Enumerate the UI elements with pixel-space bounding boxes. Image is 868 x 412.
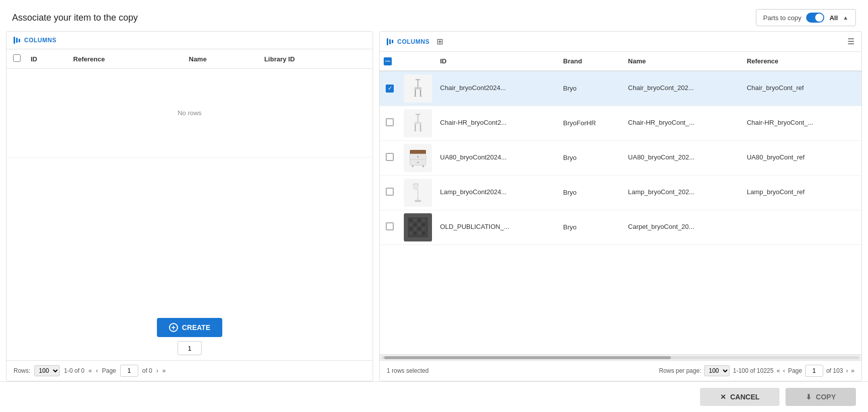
right-row-checkbox[interactable] <box>386 153 394 161</box>
svg-point-33 <box>409 227 412 230</box>
right-row-name: Chair-HR_bryoCont_... <box>628 119 695 126</box>
all-label: All <box>829 14 838 22</box>
left-select-all-checkbox[interactable] <box>13 54 21 62</box>
create-button[interactable]: + CREATE <box>157 318 223 337</box>
svg-point-29 <box>409 223 412 226</box>
table-settings-icon[interactable]: ☰ <box>847 37 854 46</box>
right-col-id: ID <box>436 52 559 71</box>
table-row[interactable]: OLD_PUBLICATION_... Bryo Carpet_bryoCont… <box>380 210 861 244</box>
left-prev-page-icon[interactable]: ‹ <box>96 367 98 374</box>
left-col-name: Name <box>185 49 261 69</box>
svg-rect-19 <box>412 165 413 167</box>
rows-per-page-label: Rows per page: <box>659 367 701 374</box>
item-thumbnail <box>404 213 432 241</box>
right-row-brand: Bryo <box>563 85 577 92</box>
svg-point-30 <box>413 223 416 226</box>
columns-icon <box>14 37 20 44</box>
svg-rect-14 <box>410 150 426 154</box>
svg-rect-4 <box>420 89 421 96</box>
svg-rect-16 <box>410 159 426 159</box>
right-row-name: Lamp_bryoCont_202... <box>628 188 695 196</box>
right-row-brand: Bryo <box>563 189 577 196</box>
table-row[interactable]: UA80_bryoCont2024... Bryo UA80_bryoCont_… <box>380 140 861 175</box>
svg-point-36 <box>422 227 425 230</box>
left-first-page-icon[interactable]: « <box>89 367 92 374</box>
right-bottom-bar: 1 rows selected Rows per page: 100 50 25… <box>380 360 861 381</box>
right-col-reference: Reference <box>743 52 861 71</box>
item-thumbnail <box>404 179 432 207</box>
svg-point-35 <box>418 227 421 230</box>
svg-point-34 <box>413 227 416 230</box>
right-row-id: Lamp_bryoCont2024... <box>440 188 506 196</box>
right-row-brand: Bryo <box>563 154 577 161</box>
left-col-reference: Reference <box>69 49 185 69</box>
right-next-page-icon[interactable]: › <box>846 367 848 374</box>
parts-to-copy-toggle[interactable] <box>806 13 824 23</box>
right-row-checkbox[interactable] <box>386 222 394 230</box>
table-row[interactable]: Chair-HR_bryoCont2... BryoForHR Chair-HR… <box>380 106 861 140</box>
rows-selected-label: 1 rows selected <box>387 367 428 374</box>
right-row-id: Chair_bryoCont2024... <box>440 84 506 92</box>
right-col-name: Name <box>624 52 743 71</box>
grid-select-icon[interactable]: ⊞ <box>437 37 443 46</box>
right-row-brand: Bryo <box>563 223 577 231</box>
right-row-checkbox[interactable] <box>386 118 394 126</box>
svg-point-18 <box>417 161 418 163</box>
right-row-brand: BryoForHR <box>563 119 596 127</box>
svg-rect-15 <box>410 154 426 165</box>
right-row-id: UA80_bryoCont2024... <box>440 153 506 161</box>
svg-rect-20 <box>422 165 424 167</box>
right-prev-page-icon[interactable]: ‹ <box>783 367 785 374</box>
left-next-page-icon[interactable]: › <box>156 367 158 374</box>
right-panel-header: COLUMNS ⊞ ☰ <box>380 32 861 52</box>
svg-rect-1 <box>417 79 418 87</box>
page-title: Associate your item to the copy <box>12 13 138 23</box>
svg-rect-11 <box>420 124 421 130</box>
right-row-checkbox[interactable] <box>386 188 394 196</box>
svg-point-38 <box>413 231 416 234</box>
right-first-page-icon[interactable]: « <box>776 367 780 374</box>
horizontal-scrollbar[interactable] <box>380 354 861 360</box>
right-page-input[interactable] <box>805 365 823 377</box>
item-thumbnail <box>404 74 432 103</box>
svg-point-27 <box>418 218 421 221</box>
right-row-checkbox[interactable] <box>386 85 394 93</box>
item-thumbnail <box>404 109 432 137</box>
right-row-reference: Lamp_bryoCont_ref <box>747 188 805 196</box>
rows-label: Rows: <box>14 367 30 374</box>
left-bottom-bar: Rows: 100 50 25 1-0 of 0 « ‹ Page of 0 ›… <box>7 360 373 381</box>
left-rows-per-page-select[interactable]: 100 50 25 <box>34 365 60 376</box>
right-last-page-icon[interactable]: » <box>851 367 854 374</box>
right-row-name: UA80_bryoCont_202... <box>628 153 695 161</box>
svg-point-17 <box>417 156 418 157</box>
right-rows-per-page-select[interactable]: 100 50 25 <box>704 365 730 376</box>
left-last-page-icon[interactable]: » <box>162 367 166 374</box>
right-page-label: Page <box>788 367 802 374</box>
svg-point-28 <box>422 218 425 221</box>
svg-rect-13 <box>419 130 422 131</box>
left-page-label: Page <box>102 367 116 374</box>
svg-rect-12 <box>414 130 416 131</box>
chevron-up-icon[interactable]: ▲ <box>843 15 848 21</box>
left-page-input[interactable] <box>120 365 138 377</box>
svg-point-39 <box>418 231 421 234</box>
right-row-reference: Chair_bryoCont_ref <box>747 84 804 92</box>
table-row[interactable]: Chair_bryoCont2024... Bryo Chair_bryoCon… <box>380 71 861 106</box>
parts-to-copy-control[interactable]: Parts to copy All ▲ <box>756 9 856 26</box>
right-col-brand: Brand <box>559 52 624 71</box>
copy-button[interactable]: ⬇ COPY <box>786 388 856 406</box>
svg-point-37 <box>409 231 412 234</box>
left-rows-count: 1-0 of 0 <box>64 367 84 374</box>
copy-icon: ⬇ <box>806 393 812 401</box>
svg-rect-8 <box>417 114 418 122</box>
svg-point-25 <box>409 218 412 221</box>
svg-point-9 <box>414 121 422 124</box>
right-select-all-checkbox[interactable] <box>384 57 392 65</box>
right-row-reference: UA80_bryoCont_ref <box>747 153 805 161</box>
create-page-input[interactable] <box>178 341 202 355</box>
no-rows-text: No rows <box>178 109 202 117</box>
table-row[interactable]: Lamp_bryoCont2024... Bryo Lamp_bryoCont_… <box>380 175 861 210</box>
cancel-button[interactable]: ✕ CANCEL <box>700 388 779 406</box>
item-thumbnail <box>404 144 432 172</box>
left-panel-header: COLUMNS <box>7 32 373 49</box>
